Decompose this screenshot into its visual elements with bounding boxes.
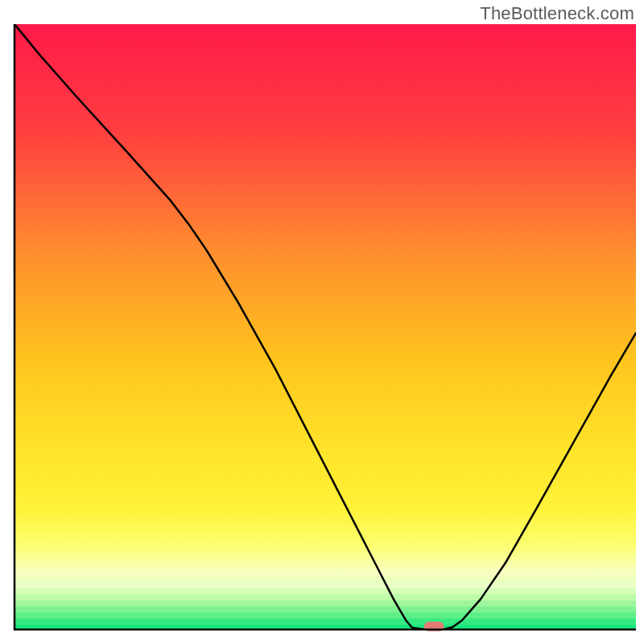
svg-rect-5 <box>14 606 636 613</box>
watermark-text: TheBottleneck.com <box>480 3 634 24</box>
svg-rect-2 <box>14 588 636 595</box>
chart-container: TheBottleneck.com <box>0 0 644 644</box>
bottleneck-chart <box>0 0 644 644</box>
svg-rect-4 <box>14 601 636 607</box>
svg-rect-6 <box>14 613 636 619</box>
svg-rect-7 <box>14 618 636 625</box>
svg-rect-1 <box>14 582 636 588</box>
svg-rect-3 <box>14 594 636 601</box>
gradient-background <box>14 24 636 630</box>
green-bands <box>14 582 636 630</box>
